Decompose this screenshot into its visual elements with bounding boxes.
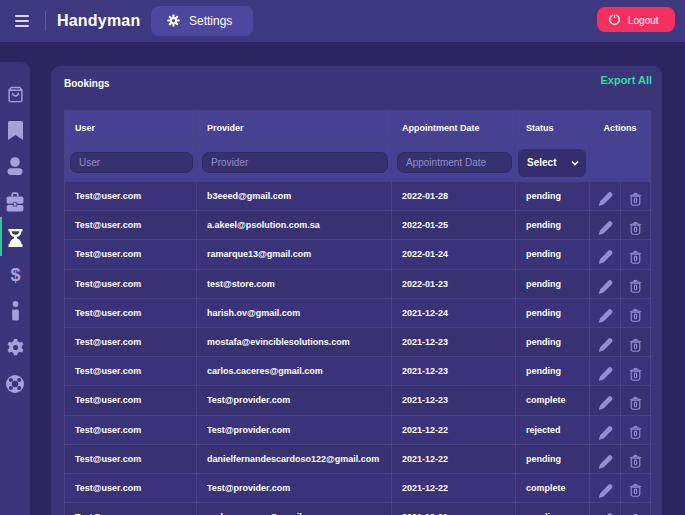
- svg-text:$: $: [10, 265, 20, 285]
